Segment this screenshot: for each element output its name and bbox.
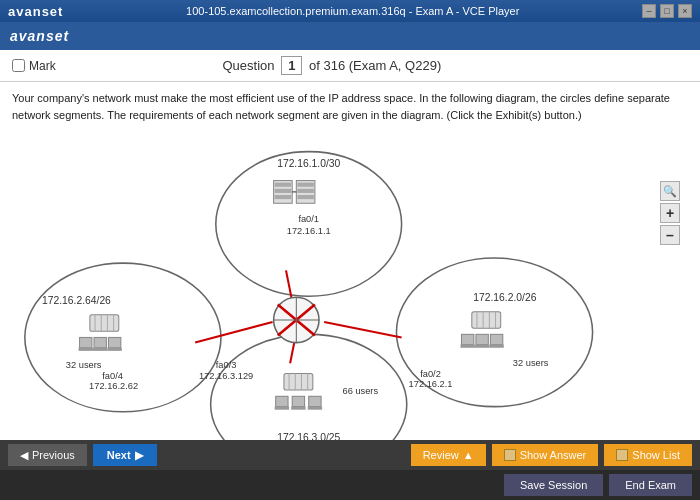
svg-point-0: [216, 152, 402, 297]
svg-text:fa0/3: fa0/3: [216, 360, 237, 370]
mark-label: Mark: [29, 59, 56, 73]
next-label: Next: [107, 449, 131, 461]
svg-rect-25: [90, 315, 119, 332]
header-bar: avanset: [0, 22, 700, 50]
mark-checkbox-input[interactable]: [12, 59, 25, 72]
svg-text:172.16.1.0/30: 172.16.1.0/30: [277, 158, 340, 169]
minimize-button[interactable]: –: [642, 4, 656, 18]
show-answer-checkbox-icon: [504, 449, 516, 461]
svg-rect-45: [461, 334, 473, 344]
svg-line-6: [324, 322, 401, 337]
svg-rect-48: [475, 345, 489, 348]
question-label: Question: [222, 58, 274, 73]
svg-rect-40: [472, 312, 501, 329]
logo-van-text: van: [16, 4, 41, 19]
svg-text:172.16.2.62: 172.16.2.62: [89, 381, 138, 391]
svg-text:172.16.3.0/25: 172.16.3.0/25: [277, 432, 340, 440]
svg-rect-32: [94, 337, 106, 347]
header-logo-van: van: [19, 28, 46, 44]
svg-text:32 users: 32 users: [513, 358, 549, 368]
review-label: Review: [423, 449, 459, 461]
end-exam-button[interactable]: End Exam: [609, 474, 692, 496]
header-logo-set: set: [46, 28, 69, 44]
prev-arrow-icon: ◀: [20, 449, 28, 462]
zoom-out-button[interactable]: –: [660, 225, 680, 245]
window-title: 100-105.examcollection.premium.exam.316q…: [186, 5, 519, 17]
svg-rect-60: [276, 396, 288, 406]
svg-rect-50: [489, 345, 503, 348]
svg-line-5: [195, 322, 272, 343]
review-arrow-icon: ▲: [463, 449, 474, 461]
network-svg: 172.16.1.0/30 fa0/1 172.16.1.1 172.16.2: [12, 131, 688, 440]
show-list-button[interactable]: Show List: [604, 444, 692, 466]
svg-rect-49: [490, 334, 502, 344]
maximize-button[interactable]: □: [660, 4, 674, 18]
main-window: avanset Mark Question 1 of 316 (Exam A, …: [0, 22, 700, 500]
mark-checkbox-area[interactable]: Mark: [12, 59, 56, 73]
svg-rect-61: [275, 407, 289, 410]
svg-rect-63: [291, 407, 305, 410]
svg-text:fa0/1: fa0/1: [298, 214, 319, 224]
svg-rect-35: [107, 348, 121, 351]
svg-rect-62: [292, 396, 304, 406]
logo-a-text: a: [8, 4, 16, 19]
svg-text:172.16.2.1: 172.16.2.1: [409, 379, 453, 389]
svg-rect-14: [275, 183, 292, 187]
next-button[interactable]: Next ▶: [93, 444, 157, 466]
svg-text:32 users: 32 users: [66, 360, 102, 370]
svg-rect-19: [297, 189, 314, 193]
svg-rect-15: [275, 189, 292, 193]
zoom-controls: 🔍 + –: [660, 181, 680, 245]
previous-button[interactable]: ◀ Previous: [8, 444, 87, 466]
svg-rect-55: [284, 374, 313, 391]
save-session-button[interactable]: Save Session: [504, 474, 603, 496]
question-info: Question 1 of 316 (Exam A, Q229): [56, 56, 608, 75]
show-list-label: Show List: [632, 449, 680, 461]
show-answer-button[interactable]: Show Answer: [492, 444, 599, 466]
review-button[interactable]: Review ▲: [411, 444, 486, 466]
logo-set-text: set: [42, 4, 64, 19]
question-total: of 316 (Exam A, Q229): [309, 58, 441, 73]
svg-rect-47: [476, 334, 488, 344]
title-bar: avanset 100-105.examcollection.premium.e…: [0, 0, 700, 22]
previous-label: Previous: [32, 449, 75, 461]
app-logo: avanset: [8, 4, 63, 19]
svg-rect-46: [460, 345, 474, 348]
zoom-in-button[interactable]: +: [660, 203, 680, 223]
svg-rect-16: [275, 195, 292, 199]
svg-text:172.16.2.64/26: 172.16.2.64/26: [42, 295, 111, 306]
svg-rect-31: [79, 348, 93, 351]
svg-rect-33: [93, 348, 107, 351]
next-arrow-icon: ▶: [135, 449, 143, 462]
svg-text:fa0/2: fa0/2: [420, 369, 441, 379]
bottom-toolbar: ◀ Previous Next ▶ Review ▲ Show Answer S…: [0, 440, 700, 470]
close-button[interactable]: ×: [678, 4, 692, 18]
network-diagram: 172.16.1.0/30 fa0/1 172.16.1.1 172.16.2: [12, 131, 688, 440]
svg-rect-64: [309, 396, 321, 406]
svg-rect-30: [80, 337, 92, 347]
zoom-search-icon[interactable]: 🔍: [660, 181, 680, 201]
svg-rect-18: [297, 183, 314, 187]
content-area: Your company's network must make the mos…: [0, 82, 700, 440]
question-bar: Mark Question 1 of 316 (Exam A, Q229): [0, 50, 700, 82]
svg-text:172.16.1.1: 172.16.1.1: [287, 226, 331, 236]
footer-bar: Save Session End Exam: [0, 470, 700, 500]
question-number: 1: [281, 56, 302, 75]
question-text-content: Your company's network must make the mos…: [12, 92, 670, 121]
header-logo-a: a: [10, 28, 19, 44]
svg-rect-65: [308, 407, 322, 410]
header-logo-area: avanset: [10, 28, 69, 44]
svg-rect-20: [297, 195, 314, 199]
svg-text:172.16.3.129: 172.16.3.129: [199, 371, 253, 381]
svg-rect-34: [108, 337, 120, 347]
svg-text:fa0/4: fa0/4: [102, 371, 123, 381]
window-controls: – □ ×: [642, 4, 692, 18]
question-text: Your company's network must make the mos…: [12, 90, 688, 123]
show-answer-label: Show Answer: [520, 449, 587, 461]
show-list-checkbox-icon: [616, 449, 628, 461]
header-logo: avanset: [10, 28, 69, 44]
svg-text:66 users: 66 users: [343, 386, 379, 396]
svg-text:172.16.2.0/26: 172.16.2.0/26: [473, 292, 536, 303]
